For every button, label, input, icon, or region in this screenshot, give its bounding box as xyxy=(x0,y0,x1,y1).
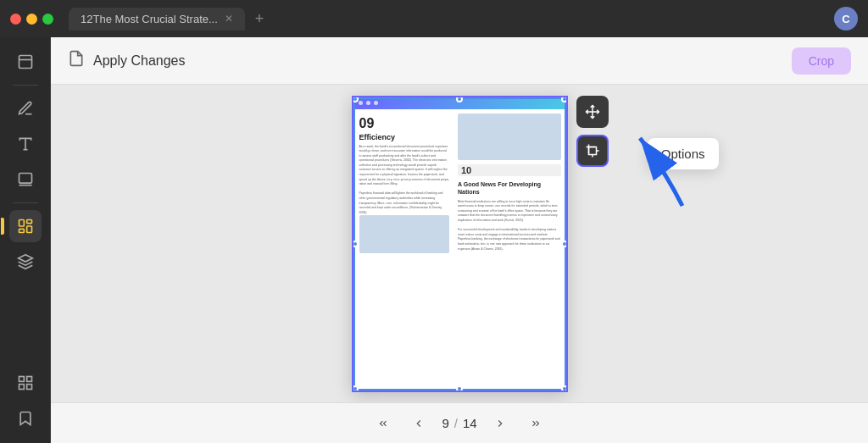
new-tab-button[interactable]: + xyxy=(255,10,264,28)
sidebar-item-book[interactable] xyxy=(9,46,42,78)
header-dot-1 xyxy=(359,101,363,105)
maximize-button[interactable] xyxy=(42,14,53,25)
toolbar-left: Apply Changes xyxy=(68,50,186,71)
sidebar-item-stamp[interactable] xyxy=(9,163,42,196)
minimize-button[interactable] xyxy=(26,14,37,25)
sidebar-item-bookmark[interactable] xyxy=(9,402,42,435)
sidebar-item-pages[interactable] xyxy=(9,210,42,242)
svg-rect-9 xyxy=(19,229,24,232)
svg-rect-4 xyxy=(19,174,31,184)
toolbar: Apply Changes Crop xyxy=(51,37,868,85)
svg-rect-6 xyxy=(19,220,24,227)
doc-header-bar xyxy=(353,97,566,109)
svg-rect-19 xyxy=(588,147,596,154)
svg-rect-8 xyxy=(26,226,31,233)
tab[interactable]: 12The Most Crucial Strate... ✕ xyxy=(69,8,245,30)
tab-title: 12The Most Crucial Strate... xyxy=(81,13,218,25)
section-title-1: Efficiency xyxy=(359,133,449,141)
sidebar-item-pen[interactable] xyxy=(9,92,42,125)
section-body-2: Most financial institutions are willing … xyxy=(458,200,562,252)
toolbar-title: Apply Changes xyxy=(93,53,186,69)
svg-rect-12 xyxy=(26,377,31,382)
doc-tools: Options xyxy=(576,96,609,167)
sidebar xyxy=(0,37,51,443)
doc-image-2 xyxy=(458,114,562,160)
svg-rect-14 xyxy=(26,385,31,390)
svg-rect-13 xyxy=(19,385,24,390)
close-button[interactable] xyxy=(10,14,21,25)
svg-rect-0 xyxy=(19,56,31,69)
document-icon xyxy=(68,50,85,71)
avatar: C xyxy=(834,7,858,30)
traffic-lights xyxy=(10,14,53,25)
page-separator: / xyxy=(454,416,458,430)
section-number-1: 09 xyxy=(359,116,449,131)
last-page-button[interactable] xyxy=(523,411,548,436)
sidebar-divider-2 xyxy=(13,202,38,203)
main-content: Apply Changes Crop 09 xyxy=(51,37,868,443)
transform-tool-button[interactable] xyxy=(576,96,609,128)
doc-right-column: 10 A Good News For Developing Nations Mo… xyxy=(455,109,566,390)
tab-close-icon[interactable]: ✕ xyxy=(225,13,233,25)
section-number-2: 10 xyxy=(458,164,562,176)
app-body: Apply Changes Crop 09 xyxy=(0,37,868,443)
arrow-indicator xyxy=(615,121,699,223)
sidebar-item-layers[interactable] xyxy=(9,246,42,278)
page-info: 9 / 14 xyxy=(442,416,476,430)
prev-page-button[interactable] xyxy=(406,411,431,436)
crop-button[interactable]: Crop xyxy=(792,47,851,75)
sidebar-item-text[interactable] xyxy=(9,128,42,160)
doc-image-1 xyxy=(359,215,449,253)
doc-content: 09 Efficiency As a result, the bank's co… xyxy=(353,109,566,390)
canvas-area[interactable]: 09 Efficiency As a result, the bank's co… xyxy=(51,85,868,402)
sidebar-divider-1 xyxy=(13,85,38,86)
document-wrapper: 09 Efficiency As a result, the bank's co… xyxy=(352,96,568,392)
header-dot-2 xyxy=(366,101,370,105)
header-dot-3 xyxy=(374,101,378,105)
next-page-button[interactable] xyxy=(487,411,513,436)
section-title-2: A Good News For Developing Nations xyxy=(458,180,562,196)
sidebar-item-grid[interactable] xyxy=(9,367,42,399)
pagination: 9 / 14 xyxy=(51,402,868,443)
section-body-1: As a result, the bank's conventional doc… xyxy=(359,145,449,216)
doc-left-column: 09 Efficiency As a result, the bank's co… xyxy=(353,109,455,390)
first-page-button[interactable] xyxy=(370,411,396,436)
sidebar-bottom xyxy=(9,367,42,435)
svg-rect-11 xyxy=(19,377,24,382)
document-preview: 09 Efficiency As a result, the bank's co… xyxy=(352,96,568,392)
titlebar: 12The Most Crucial Strate... ✕ + C xyxy=(0,0,868,37)
current-page: 9 xyxy=(442,416,448,430)
total-pages: 14 xyxy=(463,416,477,430)
crop-tool-button[interactable] xyxy=(576,135,609,167)
svg-marker-10 xyxy=(18,255,32,262)
svg-rect-7 xyxy=(26,220,31,224)
